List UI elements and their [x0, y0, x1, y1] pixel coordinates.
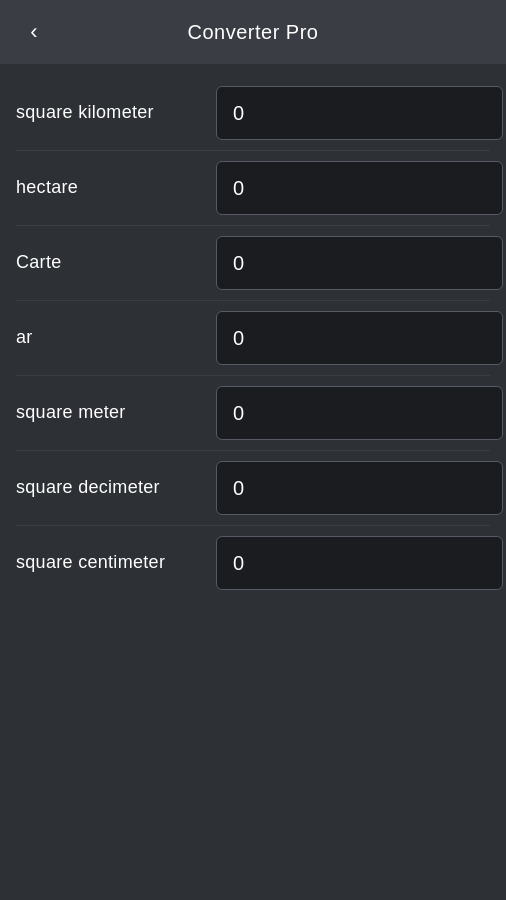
row-hectare: hectare [16, 151, 490, 226]
label-ar: ar [16, 326, 216, 349]
label-carte: Carte [16, 251, 216, 274]
header: ‹ Converter Pro [0, 0, 506, 64]
back-button[interactable]: ‹ [16, 14, 52, 50]
label-square-decimeter: square decimeter [16, 476, 216, 499]
input-ar[interactable] [216, 311, 503, 365]
row-square-centimeter: square centimeter [16, 526, 490, 600]
row-square-decimeter: square decimeter [16, 451, 490, 526]
row-ar: ar [16, 301, 490, 376]
input-hectare[interactable] [216, 161, 503, 215]
input-carte[interactable] [216, 236, 503, 290]
input-square-kilometer[interactable] [216, 86, 503, 140]
row-carte: Carte [16, 226, 490, 301]
page-title: Converter Pro [0, 21, 506, 44]
label-square-kilometer: square kilometer [16, 101, 216, 124]
row-square-meter: square meter [16, 376, 490, 451]
input-square-centimeter[interactable] [216, 536, 503, 590]
label-hectare: hectare [16, 176, 216, 199]
label-square-meter: square meter [16, 401, 216, 424]
input-square-meter[interactable] [216, 386, 503, 440]
row-square-kilometer: square kilometer [16, 76, 490, 151]
label-square-centimeter: square centimeter [16, 551, 216, 574]
input-square-decimeter[interactable] [216, 461, 503, 515]
converter-content: square kilometerhectareCartearsquare met… [0, 64, 506, 612]
